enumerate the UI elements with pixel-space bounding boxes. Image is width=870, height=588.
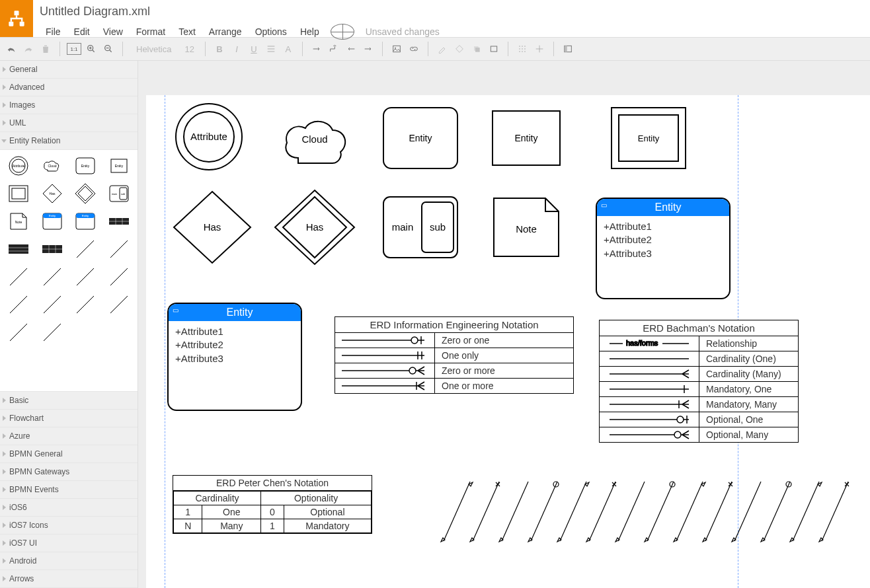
palette-line-8[interactable] [38, 293, 67, 316]
palette-note[interactable]: Note [4, 209, 34, 233]
guide-line [165, 95, 165, 588]
line-end-button[interactable] [361, 42, 376, 56]
palette-line-1[interactable] [71, 237, 100, 261]
insert-link-button[interactable] [407, 42, 421, 56]
document-name[interactable]: Untitled Diagram.xml [40, 5, 446, 18]
palette-entity-table-blue[interactable]: Entity [38, 209, 67, 233]
shape-has-double-diamond[interactable]: Has [272, 188, 358, 267]
shape-has-diamond[interactable]: Has [169, 188, 255, 267]
palette-line-4[interactable] [38, 265, 67, 289]
palette-cloud[interactable]: Cloud [38, 154, 67, 178]
palette-line-5[interactable] [71, 265, 100, 289]
sidebar-group-bpmn-events[interactable]: BPMN Events [0, 481, 138, 499]
sidebar-group-ios7-icons[interactable]: iOS7 Icons [0, 517, 138, 534]
shape-attribute[interactable]: Attribute [173, 100, 245, 173]
zoom-in-button[interactable] [84, 42, 99, 56]
palette-has-double-diamond[interactable] [71, 182, 100, 205]
connection-straight-button[interactable] [309, 42, 324, 56]
palette-entity-rect[interactable]: Entity [104, 154, 134, 178]
erd-connector-lines[interactable] [430, 475, 860, 554]
svg-line-57 [44, 268, 61, 285]
insert-image-button[interactable] [389, 42, 404, 56]
canvas-area[interactable]: Attribute Cloud Entity Entity Entity Has… [138, 61, 870, 588]
palette-main-sub[interactable]: mainsub [104, 182, 134, 205]
shape-entity-table[interactable]: ▭Entity +Attribute1 +Attribute2 +Attribu… [596, 198, 731, 299]
italic-button[interactable]: I [229, 42, 244, 56]
svg-line-108 [444, 482, 470, 541]
fill-color-button[interactable] [452, 42, 467, 56]
palette-line-7[interactable] [4, 293, 34, 316]
zoom-out-button[interactable] [101, 42, 116, 56]
palette-line-9[interactable] [71, 293, 100, 316]
svg-line-113 [589, 482, 615, 541]
sidebar-group-basic[interactable]: Basic [0, 392, 138, 410]
sidebar-group-uml[interactable]: UML [0, 114, 138, 132]
line-color-button[interactable] [435, 42, 450, 56]
palette-entity-double[interactable] [4, 182, 34, 205]
bold-button[interactable]: B [212, 42, 227, 56]
sidebar-group-ios7-ui[interactable]: iOS7 UI [0, 534, 138, 552]
font-size-select[interactable]: 12 [180, 44, 198, 54]
svg-text:Note: Note [15, 220, 22, 224]
entity-table-header: ▭Entity [597, 199, 729, 216]
shape-entity-table-2[interactable]: ▭Entity +Attribute1+Attribute2+Attribute… [167, 303, 302, 411]
palette-entity-rounded[interactable]: Entity [71, 154, 100, 178]
palette-line-6[interactable] [104, 265, 134, 289]
font-color-button[interactable]: A [281, 42, 296, 56]
delete-button[interactable] [38, 42, 53, 56]
sidebar-group-entity-relation[interactable]: Entity Relation [0, 132, 138, 150]
sidebar-group-azure[interactable]: Azure [0, 427, 138, 445]
language-icon[interactable] [331, 24, 354, 40]
sidebar-group-ios6[interactable]: iOS6 [0, 499, 138, 517]
sidebar-group-advanced[interactable]: Advanced [0, 79, 138, 96]
edit-style-button[interactable] [487, 42, 501, 56]
svg-text:Entity: Entity [82, 214, 89, 217]
palette-line-11[interactable] [4, 320, 34, 344]
palette-table-dark2[interactable] [4, 237, 34, 261]
line-start-button[interactable] [344, 42, 358, 56]
palette-table-dark[interactable] [104, 209, 134, 233]
sidebar-group-android[interactable]: Android [0, 552, 138, 570]
app-logo[interactable] [0, 0, 33, 37]
shape-cloud[interactable]: Cloud [275, 108, 354, 168]
sidebar-group-bpmn-gateways[interactable]: BPMN Gateways [0, 463, 138, 481]
sidebar-group-bpmn-general[interactable]: BPMN General [0, 445, 138, 463]
palette-has-diamond[interactable]: Has [38, 182, 67, 205]
align-button[interactable] [264, 42, 278, 56]
svg-line-58 [77, 268, 94, 285]
underline-button[interactable]: U [247, 42, 261, 56]
svg-line-109 [473, 482, 499, 541]
waypoint-button[interactable] [327, 42, 341, 56]
shadow-button[interactable] [469, 42, 484, 56]
zoom-actual-button[interactable]: 1:1 [67, 43, 81, 55]
shape-entity-rounded[interactable]: Entity [381, 105, 460, 171]
guides-toggle-button[interactable] [532, 42, 547, 56]
format-panel-toggle-button[interactable] [561, 42, 575, 56]
palette-line-12[interactable] [38, 320, 67, 344]
palette-table-dark3[interactable] [38, 237, 67, 261]
shape-main-sub[interactable]: mainsub [381, 194, 460, 260]
grid-toggle-button[interactable] [515, 42, 530, 56]
svg-point-14 [522, 48, 522, 49]
sidebar-group-images[interactable]: Images [0, 96, 138, 114]
font-family-select[interactable]: Helvetica [130, 44, 178, 54]
erd-bachman-notation[interactable]: ERD Bachman's Notation has/formsRelation… [599, 320, 799, 443]
sidebar-group-general[interactable]: General [0, 61, 138, 79]
canvas[interactable]: Attribute Cloud Entity Entity Entity Has… [146, 95, 870, 588]
undo-button[interactable] [4, 42, 19, 56]
shape-note[interactable]: Note [490, 194, 563, 260]
shape-entity-double[interactable]: Entity [609, 105, 688, 171]
erd-ie-notation[interactable]: ERD Information Engineering Notation Zer… [335, 316, 574, 394]
palette-line-3[interactable] [4, 265, 34, 289]
redo-button[interactable] [21, 42, 36, 56]
palette-entity-table-blue2[interactable]: Entity [71, 209, 100, 233]
svg-text:Entity: Entity [409, 133, 432, 143]
palette-line-2[interactable] [104, 237, 134, 261]
sidebar-group-arrows[interactable]: Arrows [0, 570, 138, 588]
shape-entity-rect[interactable]: Entity [490, 108, 563, 168]
palette-line-10[interactable] [104, 293, 134, 316]
erd-chen-notation[interactable]: ERD Peter Chen's Notation CardinalityOpt… [173, 475, 372, 534]
svg-text:Entity: Entity [49, 214, 56, 217]
palette-attribute[interactable]: Attribute [4, 154, 34, 178]
sidebar-group-flowchart[interactable]: Flowchart [0, 410, 138, 427]
